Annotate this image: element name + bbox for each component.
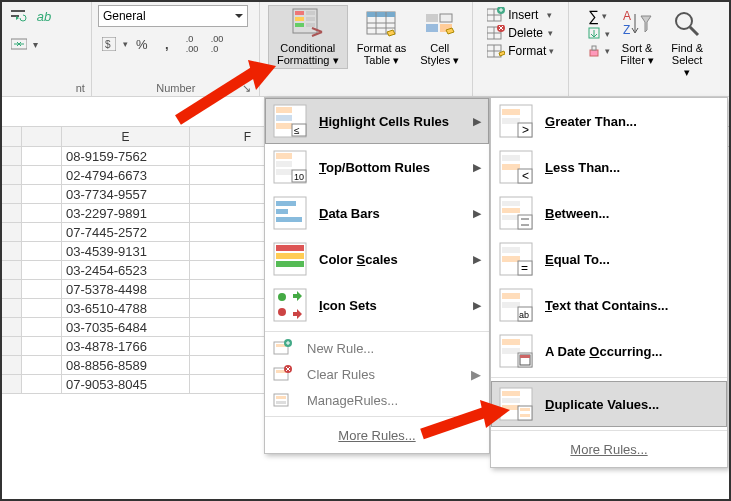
more-rules-link-1[interactable]: More Rules... (265, 420, 489, 453)
cell-value[interactable]: 03-2454-6523 (62, 261, 190, 280)
highlight-cells-rules-item[interactable]: ≤ HHighlight Cells Rulesighlight Cells R… (265, 98, 489, 144)
svg-rect-69 (274, 394, 288, 406)
svg-text:Z: Z (623, 23, 630, 37)
svg-rect-73 (502, 109, 520, 115)
duplicate-values-item[interactable]: Duplicate Values... (491, 381, 727, 427)
conditional-formatting-icon (292, 8, 324, 40)
cell-value[interactable]: 03-2297-9891 (62, 204, 190, 223)
svg-rect-106 (502, 391, 520, 396)
number-format-select[interactable]: General (98, 5, 248, 27)
more-rules-link-2[interactable]: More Rules... (491, 434, 727, 467)
new-rule-item[interactable]: New Rule... (265, 335, 489, 361)
svg-rect-48 (276, 161, 292, 167)
svg-line-39 (690, 27, 698, 35)
delete-cells-button[interactable]: Delete▾ (487, 25, 553, 41)
cell-value[interactable]: 07-5378-4498 (62, 280, 190, 299)
cell-styles-button[interactable]: Cell Styles ▾ (415, 5, 464, 69)
svg-text:ab: ab (519, 310, 529, 320)
svg-rect-10 (306, 17, 315, 21)
alignment-group-label: nt (76, 82, 85, 95)
svg-rect-70 (276, 396, 286, 399)
svg-rect-60 (274, 289, 306, 321)
decrease-decimal-icon[interactable]: .00.0 (206, 33, 228, 55)
find-select-icon (671, 8, 703, 40)
svg-rect-47 (276, 153, 292, 159)
conditional-formatting-menu: ≤ HHighlight Cells Rulesighlight Cells R… (264, 97, 490, 454)
cell-value[interactable]: 08-8856-8589 (62, 356, 190, 375)
number-dialog-launcher-icon[interactable]: ↘ (242, 82, 253, 95)
svg-rect-90 (502, 247, 520, 253)
svg-rect-35 (592, 46, 596, 50)
svg-point-61 (278, 293, 286, 301)
number-group-label: Number (156, 82, 195, 95)
accounting-format-icon[interactable]: $ (98, 33, 120, 55)
top-bottom-rules-item[interactable]: 10 Top/Bottom Rules ▶ (265, 144, 489, 190)
svg-rect-95 (502, 293, 520, 299)
svg-rect-55 (276, 217, 302, 222)
format-as-table-icon (365, 8, 397, 40)
text-contains-item[interactable]: ab Text that Contains... (491, 282, 727, 328)
merge-center-icon[interactable] (8, 33, 30, 55)
svg-rect-101 (502, 348, 520, 354)
comma-style-icon[interactable]: , (156, 33, 178, 55)
sort-filter-button[interactable]: AZ Sort & Filter ▾ (614, 5, 660, 69)
cell-value[interactable]: 03-7035-6484 (62, 318, 190, 337)
svg-rect-71 (276, 401, 286, 404)
svg-text:≤: ≤ (294, 125, 300, 136)
less-than-item[interactable]: < Less Than... (491, 144, 727, 190)
autosum-button[interactable]: ∑▾ (588, 7, 610, 24)
date-occurring-item[interactable]: A Date Occurring... (491, 328, 727, 374)
color-scales-item[interactable]: Color Scales ▶ (265, 236, 489, 282)
chevron-right-icon: ▶ (473, 115, 481, 128)
equal-to-item[interactable]: = Equal To... (491, 236, 727, 282)
cell-value[interactable]: 03-4878-1766 (62, 337, 190, 356)
svg-rect-84 (502, 208, 520, 213)
svg-rect-54 (276, 209, 288, 214)
highlight-cells-rules-submenu: > Greater Than... < Less Than... Between… (490, 97, 728, 468)
icon-sets-item[interactable]: Icon Sets ▶ (265, 282, 489, 328)
orientation-icon[interactable]: ab (33, 5, 55, 27)
clear-button[interactable]: ▾ (588, 44, 610, 58)
svg-rect-34 (590, 50, 598, 56)
svg-rect-20 (426, 24, 438, 32)
cell-value[interactable]: 08-9159-7562 (62, 147, 190, 166)
svg-rect-100 (502, 339, 520, 345)
cell-value[interactable]: 03-4539-9131 (62, 242, 190, 261)
cell-styles-icon (424, 8, 456, 40)
find-select-button[interactable]: Find & Select ▾ (664, 5, 710, 81)
conditional-formatting-button[interactable]: Conditional Formatting ▾ (268, 5, 348, 69)
svg-rect-19 (440, 14, 452, 22)
svg-rect-110 (520, 408, 530, 411)
format-as-table-button[interactable]: Format as Table ▾ (352, 5, 412, 69)
svg-rect-86 (518, 215, 532, 229)
fill-button[interactable]: ▾ (588, 27, 610, 41)
column-header-e[interactable]: E (62, 127, 190, 146)
svg-text:=: = (521, 261, 528, 275)
cell-value[interactable]: 03-6510-4788 (62, 299, 190, 318)
between-item[interactable]: Between... (491, 190, 727, 236)
data-bars-item[interactable]: Data Bars ▶ (265, 190, 489, 236)
svg-rect-58 (276, 253, 304, 259)
svg-rect-8 (295, 23, 304, 27)
svg-rect-107 (502, 398, 520, 403)
svg-rect-18 (426, 14, 438, 22)
cell-value[interactable]: 07-7445-2572 (62, 223, 190, 242)
svg-rect-13 (367, 12, 395, 17)
cell-value[interactable]: 02-4794-6673 (62, 166, 190, 185)
svg-rect-108 (502, 405, 520, 410)
greater-than-item[interactable]: > Greater Than... (491, 98, 727, 144)
increase-decimal-icon[interactable]: .0.00 (181, 33, 203, 55)
manage-rules-item[interactable]: Manage Rules... (265, 387, 489, 413)
svg-text:10: 10 (294, 172, 304, 182)
clear-rules-item[interactable]: Clear Rules ▶ (265, 361, 489, 387)
svg-rect-0 (11, 10, 25, 12)
cell-value[interactable]: 07-9053-8045 (62, 375, 190, 394)
percent-style-icon[interactable]: % (131, 33, 153, 55)
format-cells-button[interactable]: Format▾ (487, 43, 554, 59)
insert-cells-button[interactable]: Insert▾ (487, 7, 552, 23)
svg-rect-104 (520, 355, 530, 358)
svg-rect-9 (306, 11, 315, 15)
wrap-text-icon[interactable] (8, 5, 30, 27)
svg-rect-42 (276, 115, 292, 121)
cell-value[interactable]: 03-7734-9557 (62, 185, 190, 204)
